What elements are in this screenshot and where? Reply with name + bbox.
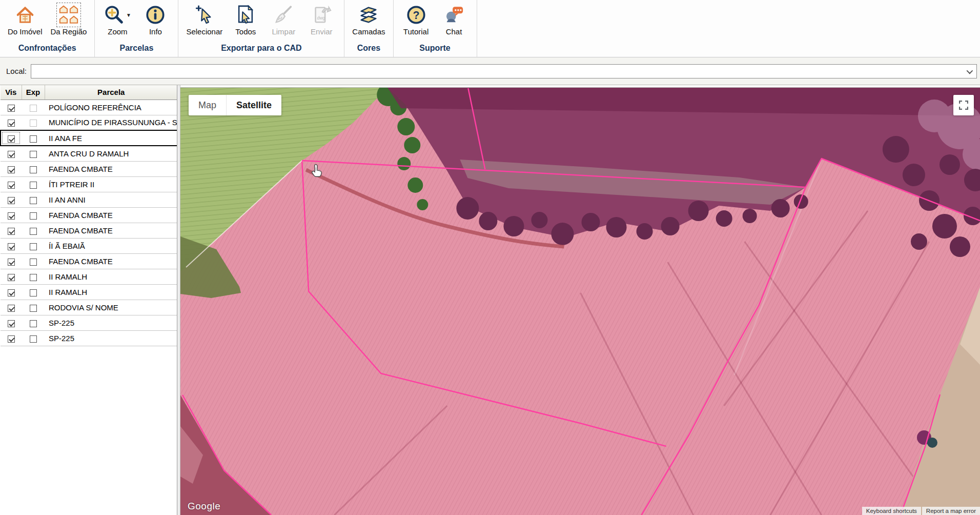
vis-checkbox[interactable] [8,243,15,250]
button-label: Enviar [311,27,333,36]
vis-checkbox[interactable] [8,182,15,189]
vis-checkbox[interactable] [8,151,15,158]
parcel-row[interactable]: RODOVIA S/ NOME [1,300,177,315]
parcel-row[interactable]: ANTA CRU D RAMALH [1,146,177,161]
map-type-map-button[interactable]: Map [189,95,226,115]
exp-checkbox[interactable] [30,274,37,281]
parcel-row[interactable]: FAENDA CMBATE [1,223,177,238]
exp-checkbox[interactable] [30,228,37,235]
parcel-row[interactable]: II ANA FE [1,130,177,146]
parcel-name[interactable]: FAENDA CMBATE [45,207,177,223]
parcel-name[interactable]: RODOVIA S/ NOME [45,300,177,315]
exp-checkbox[interactable] [30,151,37,158]
limpar-button[interactable]: Limpar [267,3,300,37]
vis-checkbox[interactable] [8,259,15,266]
parcel-name[interactable]: II RAMALH [45,284,177,300]
info-circle-icon [145,4,166,26]
vis-checkbox[interactable] [8,166,15,173]
select-all-page-icon [235,4,256,26]
do-imovel-button[interactable]: Do Imóvel [6,3,44,37]
exp-checkbox[interactable] [30,305,37,312]
zoom-button[interactable]: ▼ Zoom [101,3,134,37]
parcel-row[interactable]: MUNICÍPIO DE PIRASSUNUNGA - SP [1,115,177,130]
button-label: Da Região [51,27,87,36]
vis-checkbox[interactable] [8,212,15,220]
vis-checkbox[interactable] [8,120,15,127]
parcel-name[interactable]: MUNICÍPIO DE PIRASSUNUNGA - SP [45,115,177,130]
parcel-name[interactable]: POLÍGONO REFERÊNCIA [45,100,177,115]
camadas-button[interactable]: Camadas [351,3,386,37]
local-combobox[interactable] [31,64,977,78]
vis-checkbox[interactable] [8,335,15,343]
keyboard-shortcuts-link[interactable]: Keyboard shortcuts [862,507,921,515]
satellite-overlay-art [180,88,980,515]
parcel-name[interactable]: ÍI Ã EBAIÃ [45,238,177,253]
parcel-name[interactable]: FAENDA CMBATE [45,253,177,269]
column-header-exp[interactable]: Exp [22,85,45,100]
parcel-row[interactable]: POLÍGONO REFERÊNCIA [1,100,177,115]
parcel-row[interactable]: II AN ANNI [1,192,177,207]
parcel-row[interactable]: FAENDA CMBATE [1,207,177,223]
parcel-name[interactable]: II RAMALH [45,269,177,284]
parcel-name[interactable]: FAENDA CMBATE [45,223,177,238]
exp-checkbox[interactable] [30,135,37,143]
svg-text:dwg: dwg [317,15,325,21]
parcel-row[interactable]: II RAMALH [1,284,177,300]
parcel-row[interactable]: ÍI Ã EBAIÃ [1,238,177,253]
column-header-parcela[interactable]: Parcela [45,85,177,100]
vis-checkbox[interactable] [8,135,15,143]
button-label: Limpar [272,27,295,36]
fullscreen-button[interactable] [953,95,974,115]
fullscreen-icon [959,101,968,110]
map-type-satellite-button[interactable]: Satellite [227,95,281,115]
parcel-row[interactable]: FAENDA CMBATE [1,253,177,269]
parcel-name[interactable]: ÍTI PTREIR II [45,176,177,192]
chat-button[interactable]: Chat [438,3,471,37]
parcel-name[interactable]: ANTA CRU D RAMALH [45,146,177,161]
parcel-row[interactable]: FAENDA CMBATE [1,161,177,176]
exp-checkbox[interactable] [30,320,37,327]
parcel-name[interactable]: FAENDA CMBATE [45,161,177,176]
selecionar-button[interactable]: Selecionar [185,3,224,37]
parcel-row[interactable]: SP-225 [1,330,177,346]
zoom-dropdown-caret[interactable]: ▼ [126,12,131,18]
parcel-row[interactable]: II RAMALH [1,269,177,284]
exp-checkbox[interactable] [30,289,37,296]
vis-checkbox[interactable] [8,274,15,281]
parcel-row[interactable]: ÍTI PTREIR II [1,176,177,192]
tutorial-button[interactable]: ? Tutorial [400,3,433,37]
vis-checkbox[interactable] [8,305,15,312]
vis-checkbox[interactable] [8,105,15,112]
vis-checkbox[interactable] [8,197,15,204]
exp-checkbox[interactable] [30,166,37,173]
parcel-name[interactable]: II AN ANNI [45,192,177,207]
parcel-name[interactable]: II ANA FE [45,130,177,146]
map-attribution: Keyboard shortcuts Report a map error [861,507,980,515]
enviar-button[interactable]: dwg Enviar [305,3,338,37]
da-regiao-button[interactable]: Da Região [49,3,89,37]
toolbar-group-parcelas: ▼ Zoom Info Parcelas [95,0,178,57]
parcel-name[interactable]: SP-225 [45,330,177,346]
vis-checkbox[interactable] [8,320,15,327]
info-button[interactable]: Info [139,3,172,37]
exp-checkbox [30,120,37,127]
chevron-down-icon[interactable] [967,67,973,74]
parcel-row[interactable]: SP-225 [1,315,177,330]
layers-icon [358,4,379,26]
map-view[interactable]: Map Satellite [180,87,980,515]
vis-checkbox[interactable] [8,289,15,296]
exp-checkbox[interactable] [30,335,37,343]
exp-checkbox[interactable] [30,197,37,204]
report-map-error-link[interactable]: Report a map error [922,507,980,515]
button-label: Chat [446,27,462,36]
column-header-vis[interactable]: Vis [1,85,22,100]
exp-checkbox[interactable] [30,212,37,220]
group-caption: Parcelas [97,43,176,57]
parcel-table: Vis Exp Parcela POLÍGONO REFERÊNCIAMUNIC… [0,85,177,346]
exp-checkbox[interactable] [30,182,37,189]
parcel-name[interactable]: SP-225 [45,315,177,330]
exp-checkbox[interactable] [30,259,37,266]
exp-checkbox[interactable] [30,243,37,250]
vis-checkbox[interactable] [8,228,15,235]
todos-button[interactable]: Todos [229,3,262,37]
